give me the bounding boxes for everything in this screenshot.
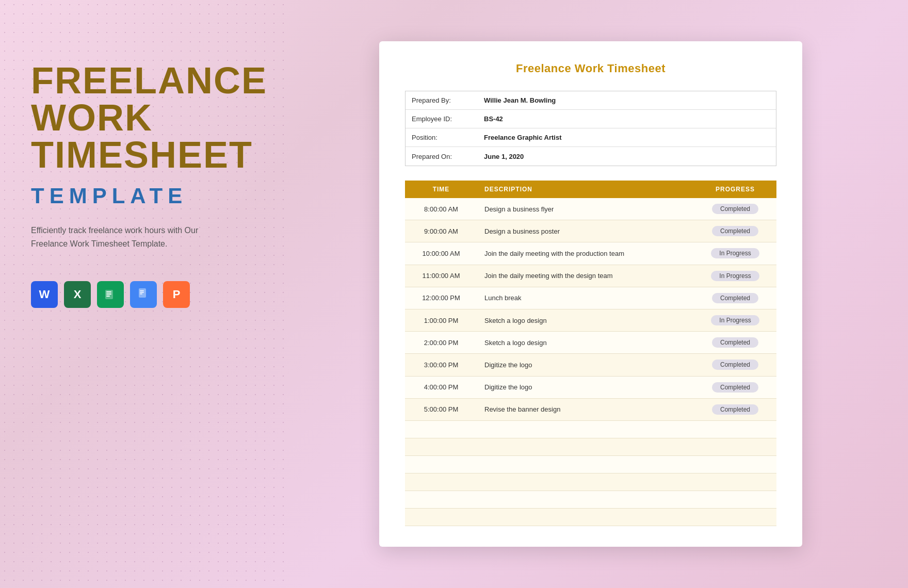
- prepared-by-value: Willie Jean M. Bowling: [478, 92, 776, 108]
- svg-rect-3: [106, 296, 110, 297]
- cell-description: Design a business flyer: [477, 198, 694, 220]
- cell-description: Revise the banner design: [477, 398, 694, 420]
- cell-description: [477, 473, 694, 491]
- table-row: 12:00:00 PMLunch breakCompleted: [405, 287, 776, 309]
- info-row-prepared-on: Prepared On: June 1, 2020: [406, 147, 776, 166]
- cell-progress: In Progress: [694, 309, 776, 331]
- excel-icon: X: [64, 281, 91, 308]
- sub-title: TEMPLATE: [31, 184, 263, 208]
- table-header-row: TIME DESCRIPTION PROGRESS: [405, 181, 776, 198]
- employee-id-value: BS-42: [478, 111, 776, 127]
- cell-description: Join the daily meeting with the design t…: [477, 265, 694, 287]
- document: Freelance Work Timesheet Prepared By: Wi…: [379, 41, 802, 547]
- cell-time: 8:00:00 AM: [405, 198, 477, 220]
- cell-time: [405, 509, 477, 526]
- header-description: DESCRIPTION: [477, 181, 694, 198]
- table-row: 9:00:00 AMDesign a business posterComple…: [405, 220, 776, 242]
- main-title: FREELANCE WORK TIMESHEET: [31, 62, 263, 173]
- cell-progress: Completed: [694, 398, 776, 420]
- table-row: 2:00:00 PMSketch a logo designCompleted: [405, 332, 776, 354]
- cell-description: Lunch break: [477, 287, 694, 309]
- cell-progress: Completed: [694, 220, 776, 242]
- table-row: [405, 456, 776, 473]
- cell-description: Digitize the logo: [477, 376, 694, 398]
- progress-badge: Completed: [712, 204, 758, 214]
- timesheet-table: TIME DESCRIPTION PROGRESS 8:00:00 AMDesi…: [405, 181, 776, 526]
- cell-time: 11:00:00 AM: [405, 265, 477, 287]
- table-row: 8:00:00 AMDesign a business flyerComplet…: [405, 198, 776, 220]
- cell-description: [477, 456, 694, 473]
- table-row: [405, 491, 776, 509]
- cell-description: Sketch a logo design: [477, 309, 694, 331]
- employee-id-label: Employee ID:: [406, 111, 478, 127]
- progress-badge: Completed: [712, 382, 758, 393]
- table-row: [405, 421, 776, 438]
- cell-progress: Completed: [694, 198, 776, 220]
- table-row: 1:00:00 PMSketch a logo designIn Progres…: [405, 309, 776, 331]
- progress-badge: In Progress: [711, 248, 759, 258]
- cell-progress: Completed: [694, 376, 776, 398]
- cell-description: Digitize the logo: [477, 354, 694, 376]
- info-row-position: Position: Freelance Graphic Artist: [406, 128, 776, 147]
- cell-progress: [694, 456, 776, 473]
- app-icons-row: W X P: [31, 281, 263, 308]
- cell-progress: [694, 509, 776, 526]
- cell-description: [477, 421, 694, 438]
- cell-time: [405, 438, 477, 456]
- cell-time: 9:00:00 AM: [405, 220, 477, 242]
- cell-time: 3:00:00 PM: [405, 354, 477, 376]
- cell-time: 2:00:00 PM: [405, 332, 477, 354]
- cell-time: 4:00:00 PM: [405, 376, 477, 398]
- cell-progress: [694, 438, 776, 456]
- table-row: [405, 473, 776, 491]
- table-row: 3:00:00 PMDigitize the logoCompleted: [405, 354, 776, 376]
- table-row: 5:00:00 PMRevise the banner designComple…: [405, 398, 776, 420]
- cell-description: [477, 509, 694, 526]
- svg-rect-4: [139, 288, 146, 298]
- info-row-employee-id: Employee ID: BS-42: [406, 110, 776, 128]
- cell-time: 1:00:00 PM: [405, 309, 477, 331]
- progress-badge: In Progress: [711, 271, 759, 281]
- progress-badge: Completed: [712, 360, 758, 370]
- cell-description: Sketch a logo design: [477, 332, 694, 354]
- left-panel: FREELANCE WORK TIMESHEET TEMPLATE Effici…: [0, 0, 289, 588]
- description-text: Efficiently track freelance work hours w…: [31, 224, 227, 250]
- progress-badge: Completed: [712, 404, 758, 415]
- header-progress: PROGRESS: [694, 181, 776, 198]
- cell-progress: In Progress: [694, 242, 776, 265]
- info-row-prepared-by: Prepared By: Willie Jean M. Bowling: [406, 91, 776, 110]
- header-time: TIME: [405, 181, 477, 198]
- cell-time: 5:00:00 PM: [405, 398, 477, 420]
- cell-time: [405, 491, 477, 509]
- table-row: [405, 438, 776, 456]
- pages-icon: P: [163, 281, 190, 308]
- cell-description: Design a business poster: [477, 220, 694, 242]
- progress-badge: Completed: [712, 293, 758, 303]
- cell-progress: [694, 491, 776, 509]
- progress-badge: Completed: [712, 337, 758, 348]
- svg-rect-1: [106, 291, 111, 292]
- cell-progress: [694, 473, 776, 491]
- prepared-by-label: Prepared By:: [406, 92, 478, 108]
- table-row: [405, 509, 776, 526]
- table-row: 4:00:00 PMDigitize the logoCompleted: [405, 376, 776, 398]
- cell-time: 10:00:00 AM: [405, 242, 477, 265]
- cell-progress: [694, 421, 776, 438]
- right-panel: Freelance Work Timesheet Prepared By: Wi…: [289, 0, 908, 588]
- cell-time: [405, 456, 477, 473]
- prepared-on-value: June 1, 2020: [478, 149, 776, 165]
- sheets-icon: [97, 281, 124, 308]
- cell-description: [477, 491, 694, 509]
- position-label: Position:: [406, 129, 478, 145]
- position-value: Freelance Graphic Artist: [478, 129, 776, 145]
- cell-description: [477, 438, 694, 456]
- docs-icon: [130, 281, 157, 308]
- cell-progress: Completed: [694, 332, 776, 354]
- table-row: 10:00:00 AMJoin the daily meeting with t…: [405, 242, 776, 265]
- word-icon: W: [31, 281, 58, 308]
- svg-rect-5: [140, 290, 144, 291]
- left-content: FREELANCE WORK TIMESHEET TEMPLATE Effici…: [31, 62, 263, 308]
- table-row: 11:00:00 AMJoin the daily meeting with t…: [405, 265, 776, 287]
- cell-time: [405, 473, 477, 491]
- cell-progress: In Progress: [694, 265, 776, 287]
